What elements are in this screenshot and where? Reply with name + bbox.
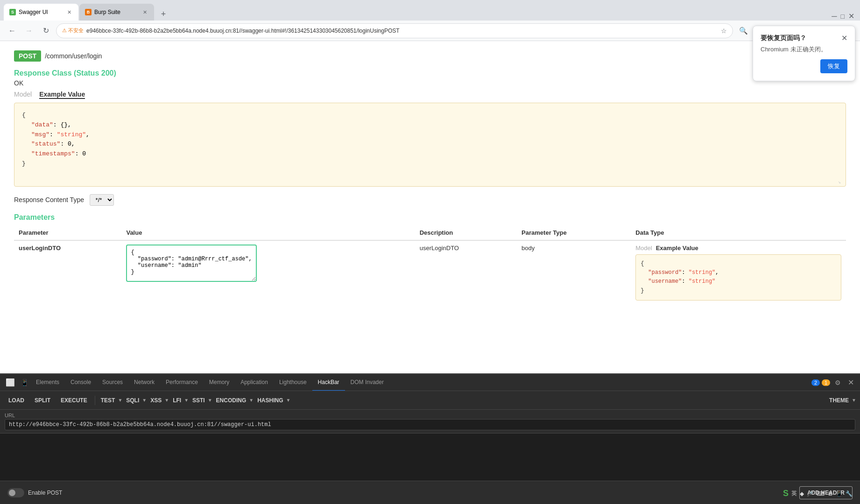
param-type-cell: body xyxy=(517,240,631,304)
reload-button[interactable]: ↻ xyxy=(39,24,52,37)
param-value-cell[interactable]: { "password": "admin@Rrrr_ctf_asde", "us… xyxy=(121,240,415,304)
test-dropdown-arrow: ▼ xyxy=(118,398,122,403)
tab-burp-suite[interactable]: B Burp Suite ✕ xyxy=(79,4,154,21)
swagger-tab-title: Swagger UI xyxy=(19,9,63,15)
endpoint-url: /common/user/login xyxy=(45,52,102,60)
window-minimize[interactable]: ─ xyxy=(832,12,837,21)
response-code-block: { "data": {}, "msg": "string", "status":… xyxy=(14,103,846,187)
new-tab-button[interactable]: + xyxy=(157,7,170,21)
table-row: userLoginDTO { "password": "admin@Rrrr_c… xyxy=(14,240,846,304)
hashing-dropdown-arrow: ▼ xyxy=(286,398,291,403)
data-type-code-block: { "password": "string", "username": "str… xyxy=(635,254,841,301)
lfi-dropdown[interactable]: LFI ▼ xyxy=(170,395,189,406)
burp-tab-close[interactable]: ✕ xyxy=(141,8,148,16)
param-name-cell: userLoginDTO xyxy=(14,240,121,304)
example-value-tab[interactable]: Example Value xyxy=(39,91,85,99)
xss-dropdown[interactable]: XSS ▼ xyxy=(148,395,169,406)
response-content-type-label: Response Content Type xyxy=(14,196,84,203)
sqli-dropdown-arrow: ▼ xyxy=(142,398,147,403)
security-icon: ⚠ 不安全 xyxy=(62,27,84,34)
devtools-settings-button[interactable]: ⚙ xyxy=(832,377,843,388)
split-button[interactable]: SPLIT xyxy=(30,395,55,406)
devtools-panel: ⬜ 📱 Elements Console Sources Network Per… xyxy=(0,373,860,504)
restore-dialog-title-text: 要恢复页面吗？ xyxy=(761,34,806,42)
response-content-type-select[interactable]: */* xyxy=(90,194,114,206)
url-label: URL xyxy=(5,413,855,418)
swagger-tab-close[interactable]: ✕ xyxy=(65,8,73,16)
hashing-dropdown[interactable]: HASHING ▼ xyxy=(254,395,290,406)
dot-icon: ◆ xyxy=(800,490,804,497)
bookmark-icon[interactable]: ☆ xyxy=(721,27,727,35)
execute-button[interactable]: EXECUTE xyxy=(56,395,92,406)
value-col-header: Value xyxy=(121,225,415,240)
address-bar[interactable]: ⚠ 不安全 e946bbce-33fc-492b-86b8-b2a2be5bb6… xyxy=(56,23,733,38)
data-type-example-tab[interactable]: Example Value xyxy=(656,245,698,252)
data-type-model-tab[interactable]: Model xyxy=(635,245,652,252)
parameters-section: Parameters Parameter Value Description P… xyxy=(14,213,846,304)
swagger-content: POST /common/user/login 登录 Response Clas… xyxy=(0,41,860,373)
tab-memory[interactable]: Memory xyxy=(204,374,235,391)
back-button[interactable]: ← xyxy=(6,24,19,37)
ssti-dropdown-arrow: ▼ xyxy=(208,398,212,403)
data-type-cell: Model Example Value { "password": "strin… xyxy=(631,240,846,304)
encoding-dropdown[interactable]: ENCODING ▼ xyxy=(213,395,254,406)
ssti-dropdown[interactable]: SSTI ▼ xyxy=(190,395,212,406)
tab-dom-invader[interactable]: DOM Invader xyxy=(345,374,389,391)
load-button[interactable]: LOAD xyxy=(4,395,29,406)
tab-lighthouse[interactable]: Lighthouse xyxy=(274,374,312,391)
restore-dialog: 要恢复页面吗？ ✕ Chromium 未正确关闭。 恢复 xyxy=(753,26,855,81)
tool-icon: 🔧 xyxy=(846,490,853,497)
response-class-title: Response Class (Status 200) xyxy=(14,69,846,77)
forward-button[interactable]: → xyxy=(22,24,35,37)
window-close[interactable]: ✕ xyxy=(848,12,854,21)
system-tray: S 英 ◆ 🎤 ⌨ 🖥 📱 🔧 xyxy=(783,489,853,498)
tab-elements[interactable]: Elements xyxy=(30,374,65,391)
tab-performance[interactable]: Performance xyxy=(160,374,204,391)
burp-tab-title: Burp Suite xyxy=(94,9,138,15)
devtools-inspect-icon[interactable]: ⬜ xyxy=(2,378,19,387)
parameters-table: Parameter Value Description Parameter Ty… xyxy=(14,225,846,304)
devtools-device-icon[interactable]: 📱 xyxy=(19,379,30,386)
window-restore[interactable]: □ xyxy=(841,13,845,20)
address-url-text: e946bbce-33fc-492b-86b8-b2a2be5bb64a.nod… xyxy=(86,28,718,34)
restore-dialog-close-button[interactable]: ✕ xyxy=(841,34,847,42)
tab-application[interactable]: Application xyxy=(235,374,274,391)
mic-icon: 🎤 xyxy=(807,490,814,497)
sqli-dropdown[interactable]: SQLI ▼ xyxy=(123,395,147,406)
swagger-tab-favicon: S xyxy=(9,9,16,15)
restore-dialog-body: Chromium 未正确关闭。 xyxy=(761,45,847,54)
enable-post-toggle[interactable] xyxy=(7,488,24,497)
hackbar-url-input[interactable] xyxy=(5,419,855,430)
burp-tab-favicon: B xyxy=(85,9,92,15)
devtools-badge-yellow: 1 xyxy=(822,379,830,386)
monitor-icon: 🖥 xyxy=(827,490,833,497)
hackbar-url-section: URL xyxy=(0,410,860,434)
status-ok: OK xyxy=(14,79,846,87)
devtools-tab-bar: ⬜ 📱 Elements Console Sources Network Per… xyxy=(0,374,860,391)
tab-sources[interactable]: Sources xyxy=(97,374,128,391)
test-dropdown[interactable]: TEST ▼ xyxy=(98,395,123,406)
post-method-badge: POST xyxy=(14,50,41,62)
resize-handle[interactable]: ↘ xyxy=(838,179,844,184)
param-value-textarea[interactable]: { "password": "admin@Rrrr_ctf_asde", "us… xyxy=(126,245,257,282)
tab-swagger-ui[interactable]: S Swagger UI ✕ xyxy=(4,4,78,21)
keyboard-icon: ⌨ xyxy=(817,490,825,497)
devtools-badge-blue: 2 xyxy=(811,379,820,386)
model-tab[interactable]: Model xyxy=(14,91,32,99)
search-icon[interactable]: 🔍 xyxy=(737,24,750,37)
theme-dropdown[interactable]: THEME ▼ xyxy=(826,395,856,406)
tab-hackbar[interactable]: HackBar xyxy=(312,374,345,391)
param-type-col-header: Parameter Type xyxy=(517,225,631,240)
tab-console[interactable]: Console xyxy=(65,374,97,391)
s-icon: S xyxy=(783,489,789,498)
enable-post-label: Enable POST xyxy=(28,490,62,496)
restore-dialog-confirm-button[interactable]: 恢复 xyxy=(820,59,847,73)
response-content-type: Response Content Type */* xyxy=(14,194,846,206)
tab-network[interactable]: Network xyxy=(128,374,160,391)
hackbar-sep-1 xyxy=(95,396,95,405)
data-type-col-header: Data Type xyxy=(631,225,846,240)
param-col-header: Parameter xyxy=(14,225,121,240)
xss-dropdown-arrow: ▼ xyxy=(164,398,169,403)
devtools-close-button[interactable]: ✕ xyxy=(845,377,856,388)
lang-icon: 英 xyxy=(791,490,797,497)
